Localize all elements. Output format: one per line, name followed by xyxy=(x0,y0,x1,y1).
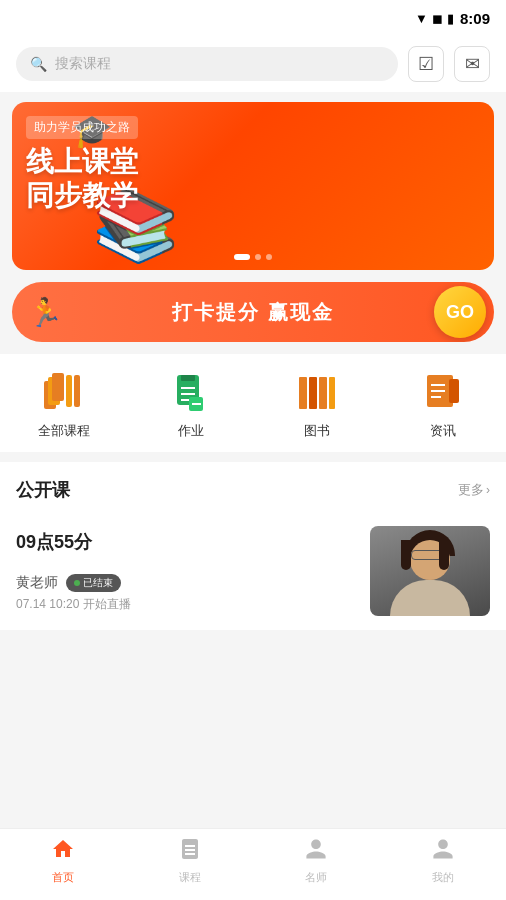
search-input-wrap[interactable]: 🔍 搜索课程 xyxy=(16,47,398,81)
teacher-row: 黄老师 已结束 xyxy=(16,574,356,592)
go-card-text: 打卡提分 赢现金 xyxy=(28,299,478,326)
live-dot xyxy=(74,580,80,586)
category-icon-courses xyxy=(39,370,89,416)
search-bar-row: 🔍 搜索课程 ☑ ✉ xyxy=(0,36,506,92)
teachers-nav-icon xyxy=(304,837,328,867)
banner-dot-1 xyxy=(234,254,250,260)
home-icon xyxy=(51,837,75,867)
svg-rect-6 xyxy=(181,375,195,381)
svg-rect-2 xyxy=(52,373,64,401)
banner-dots xyxy=(234,254,272,260)
bottom-nav: 首页 课程 名师 我的 xyxy=(0,828,506,900)
banner-main[interactable]: 🎓 📚 助力学员成功之路 线上课堂 同步教学 xyxy=(12,102,494,270)
banner-text-block: 助力学员成功之路 线上课堂 同步教学 xyxy=(26,116,138,212)
banner-dot-3 xyxy=(266,254,272,260)
status-icons: ▼ ◼ ▮ xyxy=(415,11,454,26)
course-thumbnail xyxy=(370,526,490,616)
category-icon-homework xyxy=(166,370,216,416)
svg-rect-4 xyxy=(74,375,80,407)
category-icon-news xyxy=(418,370,468,416)
status-bar: ▼ ◼ ▮ 8:09 xyxy=(0,0,506,36)
battery-icon: ▮ xyxy=(447,11,454,26)
mail-icon: ✉ xyxy=(465,53,480,75)
nav-item-home[interactable]: 首页 xyxy=(51,837,75,885)
course-meta: 黄老师 已结束 07.14 10:20 开始直播 xyxy=(16,574,356,613)
svg-rect-17 xyxy=(449,379,459,403)
header-icons: ☑ ✉ xyxy=(408,46,490,82)
search-placeholder-text: 搜索课程 xyxy=(55,55,111,73)
nav-item-mine[interactable]: 我的 xyxy=(431,837,455,885)
courses-nav-icon xyxy=(178,837,202,867)
task-icon-button[interactable]: ☑ xyxy=(408,46,444,82)
task-icon: ☑ xyxy=(418,53,434,75)
nav-label-mine: 我的 xyxy=(432,870,454,885)
banner-area: 🎓 📚 助力学员成功之路 线上课堂 同步教学 xyxy=(0,92,506,270)
category-label-news: 资讯 xyxy=(430,422,456,440)
svg-rect-3 xyxy=(66,375,72,407)
section-header: 公开课 更多 › xyxy=(0,462,506,512)
signal-icon: ◼ xyxy=(432,11,443,26)
category-item-news[interactable]: 资讯 xyxy=(418,370,468,440)
svg-rect-15 xyxy=(329,377,335,409)
chevron-right-icon: › xyxy=(486,483,490,497)
banner-title: 线上课堂 同步教学 xyxy=(26,145,138,212)
go-card[interactable]: 🏃 打卡提分 赢现金 GO xyxy=(12,282,494,342)
svg-rect-12 xyxy=(299,377,307,409)
category-label-courses: 全部课程 xyxy=(38,422,90,440)
banner-sub-label: 助力学员成功之路 xyxy=(26,116,138,139)
live-badge-text: 已结束 xyxy=(83,576,113,590)
course-time: 09点55分 xyxy=(16,530,356,554)
category-item-courses[interactable]: 全部课程 xyxy=(38,370,90,440)
category-item-homework[interactable]: 作业 xyxy=(166,370,216,440)
nav-item-teachers[interactable]: 名师 xyxy=(304,837,328,885)
status-time: 8:09 xyxy=(460,10,490,27)
category-label-homework: 作业 xyxy=(178,422,204,440)
teacher-name: 黄老师 xyxy=(16,574,58,592)
live-badge: 已结束 xyxy=(66,574,121,592)
svg-rect-14 xyxy=(319,377,327,409)
category-item-books[interactable]: 图书 xyxy=(292,370,342,440)
section-more-button[interactable]: 更多 › xyxy=(458,481,490,499)
course-info: 09点55分 黄老师 已结束 07.14 10:20 开始直播 xyxy=(16,530,356,613)
section-title: 公开课 xyxy=(16,478,70,502)
category-row: 全部课程 作业 图书 xyxy=(0,354,506,452)
mine-nav-icon xyxy=(431,837,455,867)
go-button[interactable]: GO xyxy=(434,286,486,338)
nav-item-courses[interactable]: 课程 xyxy=(178,837,202,885)
nav-label-courses: 课程 xyxy=(179,870,201,885)
teacher-photo xyxy=(370,526,490,616)
more-label: 更多 xyxy=(458,481,484,499)
search-icon: 🔍 xyxy=(30,56,47,72)
wifi-icon: ▼ xyxy=(415,11,428,26)
course-datetime: 07.14 10:20 开始直播 xyxy=(16,596,356,613)
mail-icon-button[interactable]: ✉ xyxy=(454,46,490,82)
course-card[interactable]: 09点55分 黄老师 已结束 07.14 10:20 开始直播 xyxy=(0,512,506,630)
nav-label-teachers: 名师 xyxy=(305,870,327,885)
category-label-books: 图书 xyxy=(304,422,330,440)
nav-label-home: 首页 xyxy=(52,870,74,885)
go-card-figure: 🏃 xyxy=(28,296,63,329)
banner-dot-2 xyxy=(255,254,261,260)
svg-rect-13 xyxy=(309,377,317,409)
category-icon-books xyxy=(292,370,342,416)
